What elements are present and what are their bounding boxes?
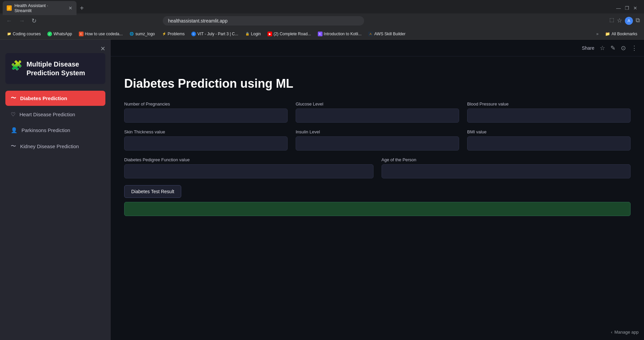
bookmarks-more-button[interactable]: » [594,31,601,37]
bookmark-vit[interactable]: C VIT - July - Part 3 | C... [189,31,241,37]
sumz-icon: 🌐 [129,32,134,36]
input-pregnancies[interactable] [124,109,288,123]
streamlit-header: Share ☆ ✎ ⊙ ⋮ [111,40,644,56]
input-skin-thickness[interactable] [124,136,288,151]
label-skin-thickness: Skin Thickness value [124,129,288,134]
browser-chrome: ⚡ Health Assistant · Streamlit ✕ + — ❐ ✕… [0,0,644,40]
form-grid-row3: Diabetes Pedigree Function value Age of … [124,157,631,178]
profile-icon[interactable]: A [625,17,633,25]
sidebar-item-kidney[interactable]: 〜 Kidney Disease Prediction [5,139,105,154]
brand-icon: 🧩 [11,60,22,71]
bookmarks-bar: 📁 Coding courses ✓ WhatsApp C How to use… [0,28,644,40]
bookmark-sumz[interactable]: 🌐 sumz_logo [127,31,157,37]
sidebar-item-label: Diabetes Prediction [20,95,67,101]
bookmark-label: How to use codeda... [85,32,123,36]
whatsapp-icon: ✓ [47,32,52,36]
all-bookmarks-folder-icon: 📁 [605,32,610,36]
tab-favicon: ⚡ [7,5,12,11]
tab-label: Health Assistant · Streamlit [14,3,63,13]
refresh-button[interactable]: ↻ [30,16,39,26]
bookmark-label: VIT - July - Part 3 | C... [197,32,238,36]
menu-button[interactable]: ⋮ [631,44,637,52]
person-icon: 👤 [11,127,17,133]
bookmark-label: Introduction to Kotli... [324,32,362,36]
form-group-blood-pressure: Blood Pressure value [467,101,631,123]
sidebar-item-label: Parkinsons Prediction [21,127,70,133]
main-content: Diabetes Prediction using ML Number of P… [111,56,644,340]
diabetes-test-button[interactable]: Diabetes Test Result [124,185,181,198]
bookmark-login[interactable]: 🔒 Login [242,31,263,37]
more-bookmarks-icon: » [596,32,599,36]
new-tab-button[interactable]: + [78,4,86,12]
bookmark-label: Problems [168,32,185,36]
label-age: Age of the Person [382,157,631,162]
sidebar-nav: 〜 Diabetes Prediction ♡ Heart Disease Pr… [5,91,105,154]
nav-bar: ← → ↻ healthassistant.streamlit.app ⬚ ☆ … [0,13,644,28]
all-bookmarks-button[interactable]: 📁 All Bookmarks [602,31,640,37]
kotlin-icon: K [318,32,323,36]
back-button[interactable]: ← [4,16,14,26]
active-tab[interactable]: ⚡ Health Assistant · Streamlit ✕ [3,1,77,15]
input-blood-pressure[interactable] [467,109,631,123]
share-button[interactable]: Share [582,45,594,51]
problems-icon: ⚡ [162,32,166,36]
sidebar-close-button[interactable]: ✕ [100,45,105,52]
input-insulin[interactable] [296,136,459,151]
github-button[interactable]: ⊙ [621,44,626,52]
codeda-icon: C [79,32,84,36]
bookmark-star-icon[interactable]: ☆ [617,17,622,25]
sidebar-item-label: Heart Disease Prediction [19,112,75,117]
label-insulin: Insulin Level [296,129,459,134]
form-group-pedigree: Diabetes Pedigree Function value [124,157,374,178]
label-pregnancies: Number of Pregnancies [124,101,288,107]
input-pedigree[interactable] [124,164,374,178]
login-icon: 🔒 [245,32,250,36]
extensions-icon[interactable]: ⧉ [636,17,640,25]
star-button[interactable]: ☆ [600,44,605,52]
aws-icon: A [368,32,373,36]
form-group-insulin: Insulin Level [296,129,459,151]
bookmark-label: Coding courses [13,32,41,36]
bookmark-coding-courses[interactable]: 📁 Coding courses [4,31,43,37]
close-window-button[interactable]: ✕ [633,5,637,11]
forward-button[interactable]: → [17,16,27,26]
url-bar[interactable]: healthassistant.streamlit.app [163,16,364,26]
form-grid-row1: Number of Pregnancies Glucose Level Bloo… [124,101,631,123]
bookmark-label: sumz_logo [135,32,155,36]
url-display: healthassistant.streamlit.app [168,18,359,24]
heart-icon: ♡ [11,111,15,118]
bookmark-aws[interactable]: A AWS Skill Builder [365,31,408,37]
minimize-button[interactable]: — [616,5,621,11]
form-group-skin-thickness: Skin Thickness value [124,129,288,151]
tab-close-button[interactable]: ✕ [68,5,72,11]
sidebar-item-diabetes[interactable]: 〜 Diabetes Prediction [5,91,105,106]
bookmark-label: WhatsApp [53,32,72,36]
label-bmi: BMI value [467,129,631,134]
input-bmi[interactable] [467,136,631,151]
sidebar-item-heart[interactable]: ♡ Heart Disease Prediction [5,107,105,122]
cast-icon[interactable]: ⬚ [609,17,614,25]
maximize-button[interactable]: ❐ [625,5,629,11]
youtube-icon: ▶ [267,32,272,36]
bookmark-label: AWS Skill Builder [374,32,405,36]
bookmark-kotlin[interactable]: K Introduction to Kotli... [315,31,364,37]
bookmark-label: All Bookmarks [611,32,637,36]
bookmark-whatsapp[interactable]: ✓ WhatsApp [45,31,75,37]
activity-icon: 〜 [11,95,16,102]
bookmark-problems[interactable]: ⚡ Problems [159,31,188,37]
bookmark-label: (2) Complete Road... [274,32,311,36]
nav-actions: ⬚ ☆ A ⧉ [609,17,640,25]
sidebar: ✕ 🧩 Multiple Disease Prediction System 〜… [0,40,111,340]
window-controls: — ❐ ✕ [616,5,641,11]
edit-button[interactable]: ✎ [610,44,615,52]
bookmark-youtube[interactable]: ▶ (2) Complete Road... [265,31,313,37]
folder-icon: 📁 [7,32,11,36]
bookmark-codeda[interactable]: C How to use codeda... [76,31,126,37]
page-title: Diabetes Prediction using ML [124,77,631,91]
input-glucose[interactable] [296,109,459,123]
form-grid-row2: Skin Thickness value Insulin Level BMI v… [124,129,631,151]
input-age[interactable] [382,164,631,178]
tab-bar: ⚡ Health Assistant · Streamlit ✕ + — ❐ ✕ [0,0,644,13]
sidebar-item-parkinsons[interactable]: 👤 Parkinsons Prediction [5,123,105,137]
manage-app-button[interactable]: ‹ Manage app [611,330,639,335]
